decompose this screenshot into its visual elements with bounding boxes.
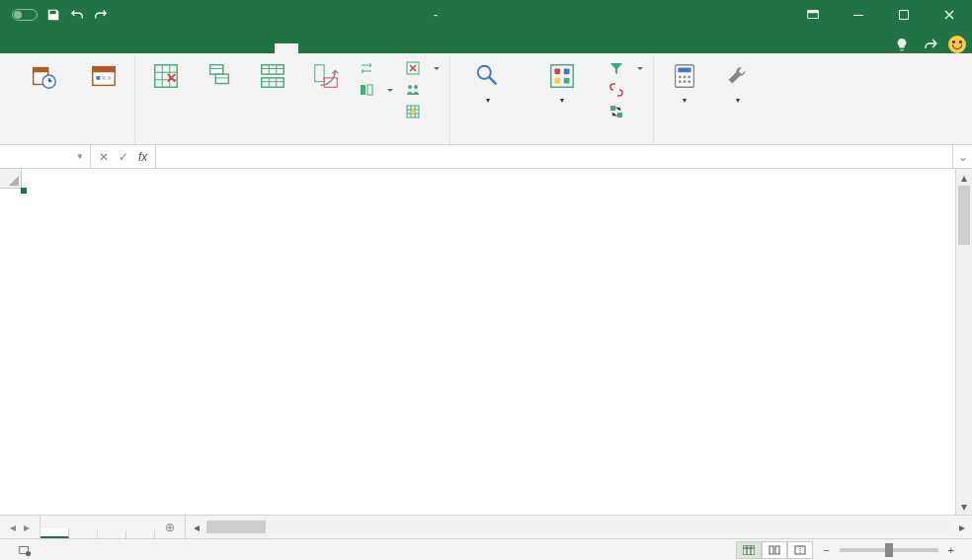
flip-button[interactable] (355, 80, 397, 100)
save-icon[interactable] (45, 7, 61, 23)
fill-blank-cells-button[interactable] (401, 102, 444, 121)
horizontal-scrollbar[interactable]: ◂ ▸ (185, 516, 972, 538)
svg-point-39 (679, 80, 682, 83)
svg-rect-18 (324, 78, 337, 87)
sheet-tab-subtract[interactable] (69, 530, 98, 538)
svg-rect-25 (411, 110, 415, 114)
new-sheet-icon[interactable]: ⊕ (155, 516, 185, 538)
delete-blanks-icon (405, 60, 421, 76)
svg-point-36 (679, 76, 682, 79)
name-box[interactable]: ▼ (0, 145, 91, 168)
hscroll-thumb[interactable] (206, 520, 266, 533)
select-all-corner[interactable] (0, 169, 22, 189)
tab-review[interactable] (156, 43, 180, 53)
scroll-thumb[interactable] (958, 186, 970, 245)
sync-selection-button[interactable] (605, 102, 647, 121)
tab-formulas[interactable] (109, 43, 132, 53)
filter-icon (608, 60, 624, 76)
tab-file[interactable] (6, 43, 38, 53)
date-time-wizard-button[interactable] (12, 58, 75, 96)
tab-help[interactable] (227, 43, 251, 53)
sheet-tab-bar: ◂ ▸ ⊕ ◂ ▸ (0, 515, 972, 538)
tab-page-layout[interactable] (85, 43, 109, 53)
create-cards-icon (203, 60, 235, 92)
scroll-left-icon[interactable]: ◂ (188, 520, 204, 534)
undo-icon[interactable] (69, 7, 85, 23)
swap-icon (359, 60, 374, 76)
tab-data[interactable] (132, 43, 156, 53)
cancel-formula-icon[interactable]: ✕ (99, 150, 109, 164)
tab-ablebits-data[interactable] (251, 43, 275, 53)
utilities-icon (722, 60, 754, 92)
zoom-out-icon[interactable]: − (823, 544, 829, 556)
scroll-down-icon[interactable]: ▾ (956, 498, 972, 515)
ribbon: ▾ ▾ ▾ ▾ (0, 53, 972, 145)
toggle-off-icon (12, 9, 38, 21)
view-normal-icon[interactable] (736, 541, 762, 559)
tab-ablebits-tools[interactable] (275, 43, 298, 53)
find-replace-icon (472, 60, 504, 92)
spreadsheet-grid: ▴ ▾ (0, 169, 972, 515)
transpose-button[interactable] (301, 58, 351, 96)
zoom-in-icon[interactable]: + (948, 544, 954, 556)
scroll-right-icon[interactable]: ▸ (953, 520, 970, 534)
svg-rect-13 (210, 65, 223, 74)
maximize-icon[interactable] (881, 0, 927, 29)
enter-formula-icon[interactable]: ✓ (119, 150, 128, 164)
swap-button[interactable] (355, 58, 397, 78)
vertical-scrollbar[interactable]: ▴ ▾ (955, 169, 972, 515)
minimize-icon[interactable] (836, 0, 881, 29)
svg-rect-10 (102, 76, 106, 80)
filter-button[interactable] (605, 58, 647, 78)
autosave-toggle[interactable] (8, 9, 38, 21)
find-replace-button[interactable]: ▾ (456, 58, 520, 108)
fx-icon[interactable]: fx (138, 150, 147, 164)
calculate-button[interactable]: ▾ (660, 58, 709, 108)
feedback-icon[interactable] (948, 36, 966, 53)
create-cards-button[interactable] (195, 58, 244, 96)
tab-insert[interactable] (61, 43, 85, 53)
view-page-break-icon[interactable] (787, 541, 813, 559)
select-by-button[interactable]: ▾ (524, 58, 601, 108)
svg-rect-9 (97, 76, 101, 80)
svg-rect-27 (551, 65, 574, 88)
sheet-nav-prev-icon[interactable]: ◂ (10, 520, 16, 534)
share-icon[interactable] (923, 37, 938, 52)
sheet-nav-next-icon[interactable]: ▸ (24, 520, 30, 534)
macro-record-icon[interactable] (18, 543, 32, 557)
sheet-tab-addtime[interactable] (126, 530, 155, 538)
svg-rect-11 (108, 76, 112, 80)
expand-formula-icon[interactable]: ⌄ (952, 145, 972, 168)
svg-point-43 (26, 550, 31, 555)
unpivot-table-button[interactable] (141, 58, 191, 96)
ribbon-tabs (0, 29, 972, 53)
sheet-tab-add[interactable] (40, 528, 69, 538)
scroll-up-icon[interactable]: ▴ (956, 169, 972, 186)
svg-rect-28 (555, 69, 561, 75)
svg-rect-17 (315, 65, 324, 82)
tab-view[interactable] (180, 43, 203, 53)
utilities-button[interactable]: ▾ (713, 58, 763, 108)
svg-point-41 (688, 80, 690, 83)
formula-input[interactable] (156, 145, 952, 168)
tab-home[interactable] (38, 43, 61, 53)
svg-rect-1 (808, 10, 819, 13)
tell-me[interactable] (895, 38, 913, 51)
date-picker-button[interactable] (79, 58, 128, 96)
find-broken-links-button[interactable] (605, 80, 647, 100)
close-icon[interactable] (927, 0, 972, 29)
sheet-tab-difference[interactable] (98, 530, 126, 538)
delete-blanks-button[interactable] (401, 58, 444, 78)
tab-developer[interactable] (203, 43, 227, 53)
view-page-layout-icon[interactable] (762, 541, 787, 559)
group-transform (135, 56, 450, 144)
svg-rect-29 (564, 69, 570, 75)
svg-point-23 (414, 85, 418, 89)
split-names-button[interactable] (401, 80, 444, 100)
split-table-button[interactable] (248, 58, 297, 96)
group-date-time (6, 56, 135, 144)
svg-rect-44 (743, 545, 755, 555)
zoom-slider[interactable] (840, 548, 938, 552)
ribbon-display-icon[interactable] (790, 0, 836, 29)
redo-icon[interactable] (93, 7, 109, 23)
